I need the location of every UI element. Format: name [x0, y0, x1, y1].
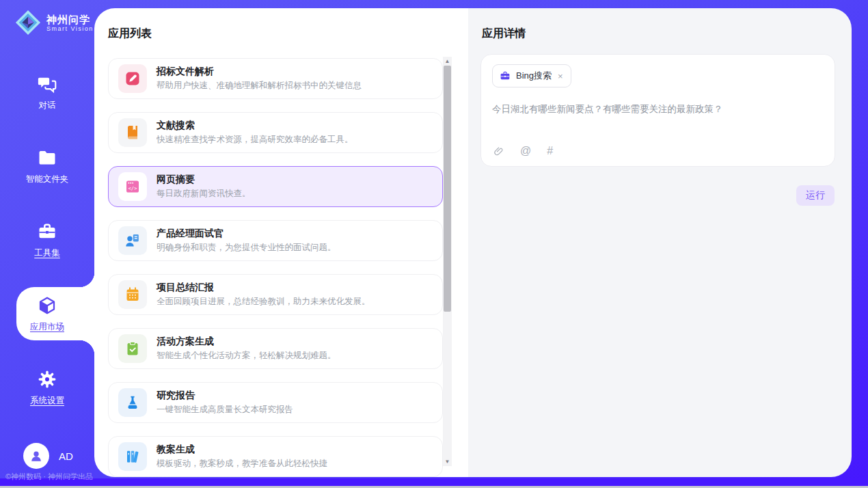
app-card-title: 招标文件解析 [157, 66, 362, 78]
app-card-title: 网页摘要 [157, 174, 251, 186]
app-card[interactable]: 教案生成模板驱动，教案秒成，教学准备从此轻松快捷 [108, 436, 443, 477]
app-card-title: 文献搜索 [157, 120, 353, 132]
app-card-desc: 帮助用户快速、准确地理解和解析招标书中的关键信息 [157, 80, 362, 92]
sidebar-item-label: 系统设置 [30, 395, 64, 407]
chip-close-icon[interactable]: × [557, 72, 564, 81]
app-card-title: 产品经理面试官 [157, 228, 336, 240]
scroll-thumb[interactable] [444, 66, 451, 312]
chat-icon [37, 74, 57, 94]
sidebar-item-label: 对话 [39, 100, 56, 111]
attachment-toolbar: @# [493, 145, 553, 157]
app-card-list: 招标文件解析帮助用户快速、准确地理解和解析招标书中的关键信息文献搜索快速精准查找… [108, 58, 443, 477]
clipboard-icon [118, 334, 147, 363]
logo-diamond-icon [15, 10, 41, 36]
app-card[interactable]: 研究报告一键智能生成高质量长文本研究报告 [108, 382, 443, 423]
svg-text:</>: </> [128, 185, 138, 191]
app-card[interactable]: 文献搜索快速精准查找学术资源，提高研究效率的必备工具。 [108, 112, 443, 153]
app-detail-panel: 应用详情 Bing搜索 × 今日湖北有哪些新闻要点？有哪些需要关注的最新政策？ … [468, 8, 852, 477]
sidebar-item-settings[interactable]: 系统设置 [0, 351, 94, 424]
person-icon [29, 448, 44, 463]
app-card[interactable]: 活动方案生成智能生成个性化活动方案，轻松解决规划难题。 [108, 328, 443, 369]
gear-icon [37, 369, 57, 390]
toolbox-icon [37, 221, 57, 242]
tool-chip-label: Bing搜索 [516, 70, 552, 82]
scroll-down-button[interactable]: ▼ [443, 457, 452, 466]
app-card-desc: 智能生成个性化活动方案，轻松解决规划难题。 [157, 350, 336, 362]
app-card-title: 研究报告 [157, 390, 293, 402]
bottom-accent-bar [0, 478, 868, 486]
app-list-title: 应用列表 [94, 8, 468, 41]
app-card[interactable]: 产品经理面试官明确身份和职责，为您提供专业性的面试问题。 [108, 220, 443, 261]
calendar-icon [118, 280, 147, 309]
run-button[interactable]: 运行 [796, 185, 835, 206]
sidebar-item-toolset[interactable]: 工具集 [0, 203, 94, 277]
app-card-title: 教案生成 [157, 444, 327, 456]
app-card-desc: 模板驱动，教案秒成，教学准备从此轻松快捷 [157, 458, 327, 470]
run-row: 运行 [468, 185, 835, 206]
app-card[interactable]: 招标文件解析帮助用户快速、准确地理解和解析招标书中的关键信息 [108, 58, 443, 99]
brand-name: 神州问学 [46, 14, 94, 25]
app-card-desc: 明确身份和职责，为您提供专业性的面试问题。 [157, 242, 336, 254]
app-card[interactable]: </>网页摘要每日政府新闻资讯快查。 [108, 166, 443, 207]
folder-icon [37, 148, 57, 168]
app-card[interactable]: 项目总结汇报全面回顾项目进展，总结经验教训，助力未来优化发展。 [108, 274, 443, 315]
prompt-card: Bing搜索 × 今日湖北有哪些新闻要点？有哪些需要关注的最新政策？ @# [480, 54, 835, 167]
scroll-up-button[interactable]: ▲ [443, 57, 452, 66]
browser-icon: </> [118, 172, 147, 201]
prompt-text[interactable]: 今日湖北有哪些新闻要点？有哪些需要关注的最新政策？ [492, 103, 824, 116]
copyright-text: ©神州数码 · 神州问学出品 [5, 472, 93, 482]
app-detail-title: 应用详情 [468, 8, 852, 41]
user-row[interactable]: AD [23, 443, 73, 469]
sidebar: 神州问学 Smart Vision 对话智能文件夹工具集应用市场系统设置 AD … [0, 0, 94, 488]
sidebar-nav: 对话智能文件夹工具集应用市场系统设置 [0, 55, 94, 424]
interview-icon [118, 226, 147, 255]
user-avatar[interactable] [23, 443, 49, 469]
sidebar-item-app-market[interactable]: 应用市场 [0, 277, 94, 351]
app-card-desc: 快速精准查找学术资源，提高研究效率的必备工具。 [157, 134, 353, 146]
scrollbar[interactable]: ▲ ▼ [443, 57, 452, 466]
sidebar-item-label: 智能文件夹 [26, 174, 69, 185]
app-card-desc: 全面回顾项目进展，总结经验教训，助力未来优化发展。 [157, 296, 370, 308]
app-list-panel: 应用列表 招标文件解析帮助用户快速、准确地理解和解析招标书中的关键信息文献搜索快… [94, 8, 468, 477]
user-initials: AD [59, 450, 73, 462]
cube-icon [37, 295, 57, 316]
flask-icon [118, 388, 147, 417]
mention-icon[interactable]: @ [520, 145, 531, 157]
briefcase-icon [500, 70, 511, 81]
brand-subtitle: Smart Vision [46, 25, 94, 32]
app-card-desc: 一键智能生成高质量长文本研究报告 [157, 404, 293, 416]
sidebar-item-label: 工具集 [34, 247, 60, 259]
books-icon [118, 442, 147, 471]
paperclip-icon[interactable] [493, 146, 504, 157]
book-icon [118, 118, 147, 147]
pen-icon [118, 64, 147, 93]
app-card-desc: 每日政府新闻资讯快查。 [157, 188, 251, 200]
app-card-title: 活动方案生成 [157, 336, 336, 348]
sidebar-item-chat[interactable]: 对话 [0, 55, 94, 129]
hash-icon[interactable]: # [547, 145, 553, 157]
tool-chip[interactable]: Bing搜索 × [492, 64, 571, 87]
content-frame: 应用列表 招标文件解析帮助用户快速、准确地理解和解析招标书中的关键信息文献搜索快… [94, 8, 852, 477]
app-card-title: 项目总结汇报 [157, 282, 370, 294]
sidebar-item-label: 应用市场 [30, 321, 64, 333]
sidebar-item-smart-folder[interactable]: 智能文件夹 [0, 129, 94, 203]
app-logo: 神州问学 Smart Vision [0, 0, 94, 36]
